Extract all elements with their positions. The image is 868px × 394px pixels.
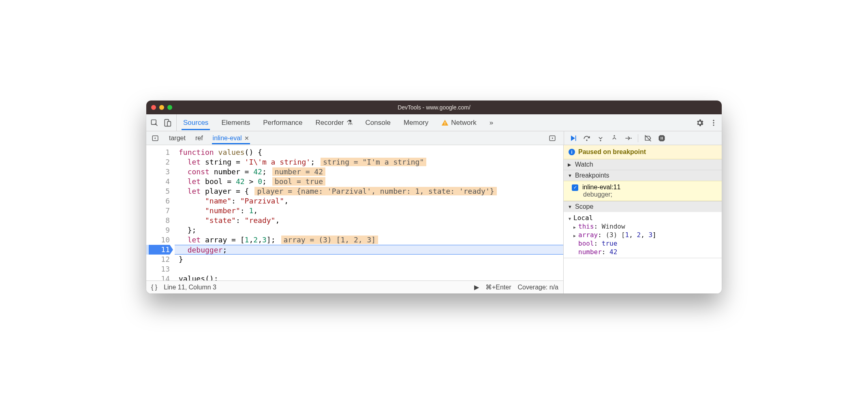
line-number[interactable]: 14 <box>146 274 170 281</box>
tab-recorder[interactable]: Recorder ⚗ <box>314 115 354 130</box>
svg-rect-4 <box>445 124 446 125</box>
line-number[interactable]: 6 <box>146 196 170 206</box>
line-number[interactable]: 2 <box>146 157 170 167</box>
debugger-toolbar <box>564 131 722 145</box>
inline-value-hint: array = (3) [1, 2, 3] <box>281 236 378 244</box>
file-tab-ref[interactable]: ref <box>195 132 204 144</box>
breakpoint-snippet: debugger; <box>572 191 717 198</box>
chevron-down-icon: ▼ <box>569 216 573 221</box>
watch-label: Watch <box>575 161 593 168</box>
settings-gear-icon[interactable] <box>695 118 705 128</box>
line-number[interactable]: 1 <box>146 148 170 157</box>
inline-value-hint: bool = true <box>272 177 325 186</box>
scope-var-array[interactable]: ▶array: (3) [1, 2, 3] <box>564 231 722 239</box>
line-number[interactable]: 8 <box>146 216 170 225</box>
tab-memory[interactable]: Memory <box>402 116 430 130</box>
line-number[interactable]: 7 <box>146 206 170 216</box>
file-tab-inline-eval[interactable]: inline-eval ✕ <box>212 132 250 144</box>
window-title: DevTools - www.google.com/ <box>146 104 722 111</box>
step-into-icon[interactable] <box>596 134 605 142</box>
breakpoint-checkbox[interactable]: ✓ <box>572 184 578 191</box>
close-tab-icon[interactable]: ✕ <box>244 135 249 141</box>
main-split: 1 2 3 4 5 6 7 8 9 10 11 12 13 14 functio… <box>146 145 722 293</box>
scope-var-number[interactable]: number: 42 <box>564 248 722 256</box>
tab-elements[interactable]: Elements <box>220 116 252 130</box>
resume-icon[interactable] <box>569 134 577 142</box>
kebab-menu-icon[interactable] <box>709 118 718 128</box>
inspect-element-icon[interactable] <box>150 118 159 128</box>
line-gutter[interactable]: 1 2 3 4 5 6 7 8 9 10 11 12 13 14 <box>146 145 175 281</box>
breakpoints-header[interactable]: ▼ Breakpoints <box>564 170 722 181</box>
file-tab-target[interactable]: target <box>168 132 186 144</box>
code-editor[interactable]: 1 2 3 4 5 6 7 8 9 10 11 12 13 14 functio… <box>146 145 563 281</box>
line-number[interactable]: 4 <box>146 177 170 186</box>
tab-network[interactable]: Network <box>440 116 478 130</box>
inline-value-hint: string = "I'm a string" <box>321 158 426 166</box>
line-number[interactable]: 10 <box>146 235 170 245</box>
svg-point-13 <box>614 135 615 136</box>
svg-point-5 <box>713 120 714 121</box>
tab-console[interactable]: Console <box>364 116 392 130</box>
step-out-icon[interactable] <box>610 134 618 142</box>
line-number[interactable]: 5 <box>146 186 170 196</box>
paused-banner-text: Paused on breakpoint <box>578 148 646 156</box>
line-number[interactable]: 13 <box>146 264 170 274</box>
inline-value-hint: number = 42 <box>272 167 325 176</box>
execution-line-marker[interactable]: 11 <box>146 245 170 255</box>
scope-section: ▼ Scope ▼Local ▶this: Window ▶array: (3)… <box>564 201 722 258</box>
maximize-window-button[interactable] <box>167 105 172 110</box>
tab-network-label: Network <box>451 119 476 127</box>
inspect-tools <box>150 114 177 131</box>
run-shortcut-hint: ⌘+Enter <box>485 283 511 291</box>
close-window-button[interactable] <box>151 105 156 110</box>
svg-rect-15 <box>661 137 662 139</box>
chevron-down-icon: ▼ <box>568 204 573 209</box>
chevron-right-icon: ▶ <box>573 225 578 229</box>
step-icon[interactable] <box>624 134 632 142</box>
pretty-print-icon[interactable]: { } <box>151 284 157 291</box>
tabs-overflow-button[interactable]: » <box>488 116 495 130</box>
watch-header[interactable]: ▶ Watch <box>564 159 722 170</box>
svg-point-6 <box>713 122 714 123</box>
sources-subbar: target ref inline-eval ✕ <box>146 131 722 145</box>
scope-var-bool[interactable]: bool: true <box>564 239 722 248</box>
deactivate-breakpoints-icon[interactable] <box>644 134 652 142</box>
tab-performance[interactable]: Performance <box>261 116 304 130</box>
svg-point-12 <box>600 140 601 141</box>
svg-rect-16 <box>662 137 663 139</box>
watch-section: ▶ Watch <box>564 159 722 170</box>
scope-header[interactable]: ▼ Scope <box>564 201 722 212</box>
show-navigator-icon[interactable] <box>150 133 160 143</box>
panel-tabs-row: Sources Elements Performance Recorder ⚗ … <box>146 114 722 131</box>
panel-tabs: Sources Elements Performance Recorder ⚗ … <box>182 114 686 131</box>
pause-on-exceptions-icon[interactable] <box>658 134 666 142</box>
debugger-sidebar: i Paused on breakpoint ▶ Watch ▼ Breakpo… <box>564 145 722 293</box>
cursor-position: Line 11, Column 3 <box>164 284 216 291</box>
tab-sources[interactable]: Sources <box>182 116 210 130</box>
open-file-tabs: target ref inline-eval ✕ <box>168 132 250 144</box>
chevron-right-icon: ▶ <box>573 233 578 238</box>
scope-local-header[interactable]: ▼Local <box>564 214 722 222</box>
step-over-icon[interactable] <box>583 134 591 142</box>
flask-icon: ⚗ <box>346 118 353 127</box>
minimize-window-button[interactable] <box>159 105 164 110</box>
paused-banner: i Paused on breakpoint <box>564 145 722 159</box>
scope-body: ▼Local ▶this: Window ▶array: (3) [1, 2, … <box>564 212 722 258</box>
inline-value-hint: player = {name: 'Parzival', number: 1, s… <box>254 187 496 195</box>
more-tabs-icon[interactable] <box>547 133 557 143</box>
scope-var-this[interactable]: ▶this: Window <box>564 222 722 231</box>
breakpoint-item[interactable]: ✓inline-eval:11 debugger; <box>564 181 722 201</box>
coverage-status: Coverage: n/a <box>517 284 558 291</box>
line-number[interactable]: 12 <box>146 255 170 264</box>
chevron-down-icon: ▼ <box>568 173 573 178</box>
play-icon: ▶ <box>474 283 479 291</box>
line-number[interactable]: 9 <box>146 225 170 235</box>
svg-rect-3 <box>445 122 446 124</box>
toolbar-divider <box>638 134 638 142</box>
line-number[interactable]: 3 <box>146 167 170 177</box>
info-icon: i <box>569 149 575 155</box>
device-toggle-icon[interactable] <box>162 118 172 128</box>
breakpoints-label: Breakpoints <box>575 172 609 179</box>
warning-icon <box>441 119 449 126</box>
code-body[interactable]: function values() { let string = 'I\'m a… <box>175 145 563 281</box>
